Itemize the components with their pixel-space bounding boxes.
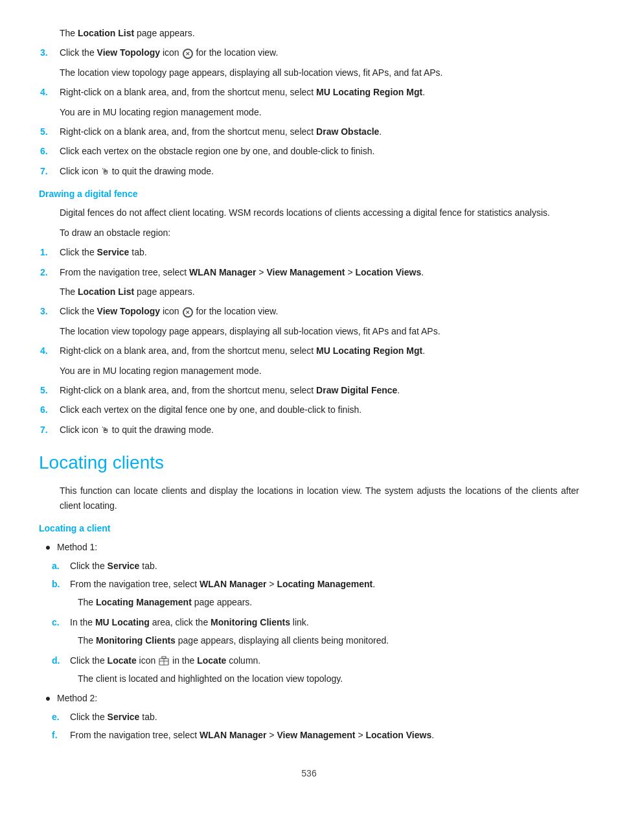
- topology-icon-2: [183, 307, 193, 318]
- step-3-obstacle: 3. Click the View Topology icon for the …: [39, 45, 579, 60]
- digital-fence-para2: To draw an obstacle region:: [60, 226, 579, 240]
- lc-step-b: b. From the navigation tree, select WLAN…: [52, 577, 579, 591]
- df-step-4: 4. Right-click on a blank area, and, fro…: [39, 344, 579, 358]
- step-4-obstacle: 4. Right-click on a blank area, and, fro…: [39, 85, 579, 99]
- locating-clients-intro: This function can locate clients and dis…: [60, 484, 579, 513]
- step-4-obstacle-indent: You are in MU locating region management…: [60, 105, 579, 119]
- step-5-obstacle: 5. Right-click on a blank area, and, fro…: [39, 124, 579, 139]
- bullet-dot-2: ●: [39, 691, 57, 705]
- df-step-2: 2. From the navigation tree, select WLAN…: [39, 265, 579, 279]
- step-3-obstacle-indent: The location view topology page appears,…: [60, 65, 579, 80]
- lc-step-b-indent: The Locating Management page appears.: [78, 595, 579, 609]
- step-6-obstacle: 6. Click each vertex on the obstacle reg…: [39, 144, 579, 158]
- df-step-1: 1. Click the Service tab.: [39, 245, 579, 259]
- df-step-3-indent: The location view topology page appears,…: [60, 324, 579, 338]
- locating-clients-heading: Locating clients: [39, 452, 579, 473]
- topology-icon: [183, 49, 193, 59]
- locate-icon: [159, 656, 169, 666]
- df-step-5: 5. Right-click on a blank area, and, fro…: [39, 383, 579, 397]
- lc-step-d: d. Click the Locate icon in the Locate c…: [52, 653, 579, 668]
- digital-fence-heading: Drawing a digital fence: [39, 189, 579, 199]
- page-content: The Location List page appears. 3. Click…: [39, 26, 579, 778]
- lc-step-c-indent: The Monitoring Clients page appears, dis…: [78, 633, 579, 648]
- df-step-6: 6. Click each vertex on the digital fenc…: [39, 402, 579, 417]
- digital-fence-para1: Digital fences do not affect client loca…: [60, 205, 579, 220]
- method1-bullet: ● Method 1:: [39, 540, 579, 554]
- lc-step-a: a. Click the Service tab.: [52, 559, 579, 573]
- df-step-7: 7. Click icon 🖱 to quit the drawing mode…: [39, 423, 579, 438]
- lc-step-e: e. Click the Service tab.: [52, 710, 579, 724]
- method2-bullet: ● Method 2:: [39, 691, 579, 705]
- lc-step-f: f. From the navigation tree, select WLAN…: [52, 728, 579, 742]
- lc-step-d-indent: The client is located and highlighted on…: [78, 671, 579, 686]
- svg-marker-1: [162, 657, 166, 659]
- cursor-icon-2: 🖱: [101, 424, 109, 438]
- bullet-dot: ●: [39, 540, 57, 554]
- page-number: 536: [39, 768, 579, 778]
- location-list-para: The Location List page appears.: [60, 26, 579, 40]
- step-7-obstacle: 7. Click icon 🖱 to quit the drawing mode…: [39, 164, 579, 179]
- lc-step-c: c. In the MU Locating area, click the Mo…: [52, 615, 579, 629]
- locating-client-subheading: Locating a client: [39, 523, 579, 533]
- df-step-3: 3. Click the View Topology icon for the …: [39, 304, 579, 318]
- cursor-icon: 🖱: [101, 165, 109, 179]
- df-step-4-indent: You are in MU locating region management…: [60, 364, 579, 378]
- df-step-2-indent: The Location List page appears.: [60, 285, 579, 299]
